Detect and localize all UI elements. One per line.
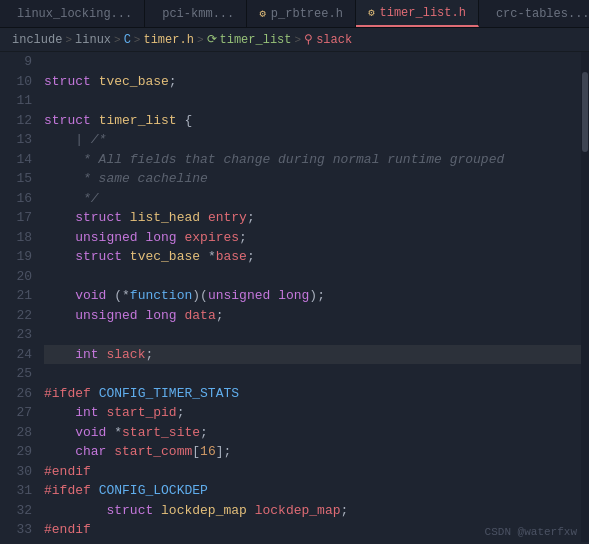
- code-line-15: * same cacheline: [44, 169, 581, 189]
- bc-include[interactable]: include: [12, 33, 62, 47]
- ln-10: 10: [0, 72, 32, 92]
- code-line-34: };: [44, 540, 581, 543]
- ln-21: 21: [0, 286, 32, 306]
- tab-2[interactable]: pci-kmm...: [145, 0, 247, 27]
- tab-5-label: crc-tables...: [496, 7, 589, 21]
- code-line-17: struct list_head entry;: [44, 208, 581, 228]
- ln-17: 17: [0, 208, 32, 228]
- ln-16: 16: [0, 189, 32, 209]
- code-line-30: #endif: [44, 462, 581, 482]
- code-line-28: void *start_site;: [44, 423, 581, 443]
- bc-sep-1: >: [65, 34, 72, 46]
- bc-timer-list[interactable]: timer_list: [220, 33, 292, 47]
- code-line-24: int slack;: [44, 345, 581, 365]
- tab-1-label: linux_locking...: [17, 7, 132, 21]
- line-numbers: 9 10 11 12 13 14 15 16 17 18 19 20 21 22…: [0, 52, 40, 542]
- ln-9: 9: [0, 52, 32, 72]
- bc-slack[interactable]: slack: [316, 33, 352, 47]
- code-line-21: void (*function)(unsigned long);: [44, 286, 581, 306]
- ln-34: 34: [0, 540, 32, 543]
- ln-26: 26: [0, 384, 32, 404]
- ln-18: 18: [0, 228, 32, 248]
- scrollbar-track[interactable]: [581, 52, 589, 542]
- code-line-22: unsigned long data;: [44, 306, 581, 326]
- ln-12: 12: [0, 111, 32, 131]
- ln-24: 24: [0, 345, 32, 365]
- tab-4-icon: ⚙: [368, 6, 375, 19]
- tab-5[interactable]: crc-tables...: [479, 0, 589, 27]
- breadcrumb: include > linux > C > timer.h > ⟳ timer_…: [0, 28, 589, 52]
- ln-20: 20: [0, 267, 32, 287]
- ln-29: 29: [0, 442, 32, 462]
- bc-c-lang: C: [124, 33, 131, 47]
- code-line-25: [44, 364, 581, 384]
- code-line-19: struct tvec_base *base;: [44, 247, 581, 267]
- bc-sep-4: >: [197, 34, 204, 46]
- code-line-16: */: [44, 189, 581, 209]
- bc-sep-3: >: [134, 34, 141, 46]
- ln-32: 32: [0, 501, 32, 521]
- code-line-18: unsigned long expires;: [44, 228, 581, 248]
- ln-22: 22: [0, 306, 32, 326]
- bc-timer-h[interactable]: timer.h: [143, 33, 193, 47]
- bc-slack-icon: ⚲: [304, 32, 313, 47]
- ln-25: 25: [0, 364, 32, 384]
- code-line-11: [44, 91, 581, 111]
- ln-30: 30: [0, 462, 32, 482]
- ln-15: 15: [0, 169, 32, 189]
- tab-3[interactable]: ⚙ p_rbtree.h: [247, 0, 356, 27]
- code-line-31: #ifdef CONFIG_LOCKDEP: [44, 481, 581, 501]
- ln-19: 19: [0, 247, 32, 267]
- code-line-9: [44, 52, 581, 72]
- code-line-13: | /*: [44, 130, 581, 150]
- tab-2-label: pci-kmm...: [162, 7, 234, 21]
- code-line-32: struct lockdep_map lockdep_map;: [44, 501, 581, 521]
- tab-3-label: p_rbtree.h: [271, 7, 343, 21]
- tab-1[interactable]: linux_locking...: [0, 0, 145, 27]
- ln-33: 33: [0, 520, 32, 540]
- ln-11: 11: [0, 91, 32, 111]
- ln-14: 14: [0, 150, 32, 170]
- tab-bar: linux_locking... pci-kmm... ⚙ p_rbtree.h…: [0, 0, 589, 28]
- code-line-27: int start_pid;: [44, 403, 581, 423]
- tab-4[interactable]: ⚙ timer_list.h: [356, 0, 479, 27]
- bc-timer-list-icon: ⟳: [207, 32, 217, 47]
- bc-sep-2: >: [114, 34, 121, 46]
- code-line-12: struct timer_list {: [44, 111, 581, 131]
- bc-linux[interactable]: linux: [75, 33, 111, 47]
- ln-31: 31: [0, 481, 32, 501]
- ln-27: 27: [0, 403, 32, 423]
- ln-23: 23: [0, 325, 32, 345]
- code-line-10: struct tvec_base;: [44, 72, 581, 92]
- code-line-14: * All fields that change during normal r…: [44, 150, 581, 170]
- watermark: CSDN @waterfxw: [485, 526, 577, 538]
- code-line-26: #ifdef CONFIG_TIMER_STATS: [44, 384, 581, 404]
- code-line-29: char start_comm[16];: [44, 442, 581, 462]
- tab-3-icon: ⚙: [259, 7, 266, 20]
- ln-28: 28: [0, 423, 32, 443]
- bc-sep-5: >: [295, 34, 302, 46]
- ln-13: 13: [0, 130, 32, 150]
- code-content: struct tvec_base; struct timer_list { | …: [40, 52, 581, 542]
- code-line-23: [44, 325, 581, 345]
- tab-4-label: timer_list.h: [380, 6, 466, 20]
- scrollbar-thumb[interactable]: [582, 72, 588, 152]
- code-container: 9 10 11 12 13 14 15 16 17 18 19 20 21 22…: [0, 52, 589, 542]
- code-line-20: [44, 267, 581, 287]
